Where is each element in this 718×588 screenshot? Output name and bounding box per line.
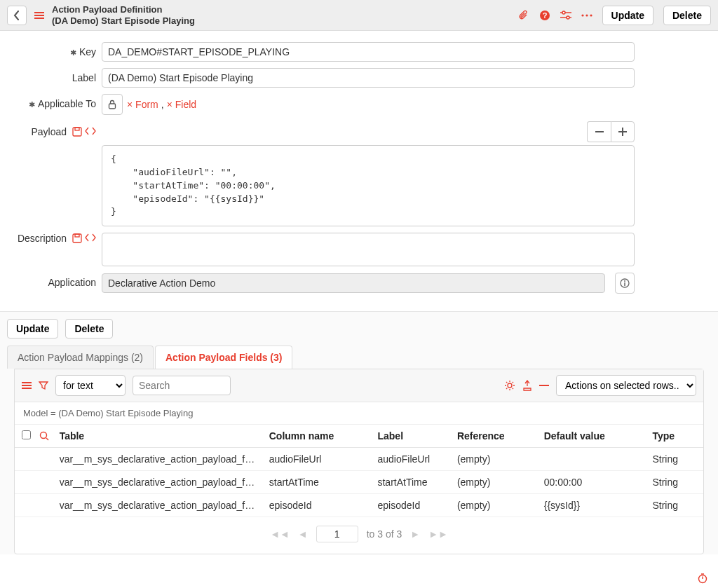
list-menu-icon[interactable]	[22, 382, 32, 389]
cell-default: {{sysId}}	[537, 494, 646, 517]
tab-row: Action Payload Mappings (2) Action Paylo…	[7, 346, 711, 369]
data-table: Table Column name Label Reference Defaul…	[15, 425, 703, 517]
table-row[interactable]: var__m_sys_declarative_action_payload_fi…	[15, 471, 703, 494]
next-page-icon[interactable]: ►	[410, 528, 420, 540]
tab-fields[interactable]: Action Payload Fields (3)	[155, 346, 292, 369]
lock-icon[interactable]	[102, 94, 123, 115]
key-input[interactable]	[102, 42, 635, 62]
cell-default	[537, 448, 646, 471]
cell-label: startAtTime	[370, 471, 449, 494]
cell-table[interactable]: var__m_sys_declarative_action_payload_fi…	[53, 448, 262, 471]
page-subtitle: (DA Demo) Start Episode Playing	[52, 15, 195, 27]
cell-label: episodeId	[370, 494, 449, 517]
filter-icon[interactable]	[39, 381, 48, 390]
help-icon[interactable]: ?	[539, 10, 550, 21]
cell-table[interactable]: var__m_sys_declarative_action_payload_fi…	[53, 471, 262, 494]
info-button[interactable]	[615, 273, 635, 294]
svg-rect-13	[73, 128, 81, 136]
search-input[interactable]	[133, 376, 231, 395]
form-actions: Update Delete	[0, 311, 718, 346]
svg-text:?: ?	[542, 11, 547, 20]
cell-type: String	[645, 494, 703, 517]
svg-point-8	[567, 16, 569, 19]
update-button[interactable]: Update	[602, 6, 653, 25]
label-input[interactable]	[102, 68, 635, 88]
required-icon: ✱	[29, 98, 35, 109]
remove-icon[interactable]	[539, 385, 549, 386]
table-row[interactable]: var__m_sys_declarative_action_payload_fi…	[15, 494, 703, 517]
form: ✱Key Label ✱Applicable To × Form, × Fiel…	[0, 31, 718, 311]
save-icon[interactable]	[72, 127, 82, 137]
svg-point-10	[585, 14, 588, 16]
cell-ref: (empty)	[450, 448, 537, 471]
svg-point-28	[40, 432, 46, 439]
svg-point-11	[590, 14, 592, 16]
key-label: Key	[79, 46, 96, 57]
svg-rect-18	[73, 234, 81, 242]
attachment-icon[interactable]	[518, 10, 529, 21]
svg-point-9	[581, 14, 583, 16]
svg-rect-12	[109, 104, 116, 109]
more-icon[interactable]	[581, 14, 592, 17]
tag-remove-icon[interactable]: ×	[167, 99, 172, 110]
label-label: Label	[72, 72, 96, 83]
payload-input[interactable]: { "audioFileUrl": "", "startAtTime": "00…	[102, 145, 635, 226]
cell-ref: (empty)	[450, 494, 537, 517]
first-page-icon[interactable]: ◄◄	[270, 528, 290, 540]
cell-default: 00:00:00	[537, 471, 646, 494]
applicable-tags: × Form, × Field	[127, 99, 196, 110]
svg-rect-14	[75, 128, 79, 130]
timing-icon[interactable]	[697, 573, 708, 584]
page-title: Action Payload Definition	[52, 4, 195, 15]
col-ref[interactable]: Reference	[450, 425, 537, 448]
svg-line-29	[46, 438, 48, 440]
tab-mappings[interactable]: Action Payload Mappings (2)	[7, 346, 154, 369]
gear-icon[interactable]	[504, 380, 515, 391]
application-input	[102, 273, 605, 293]
delete-button[interactable]: Delete	[663, 6, 711, 25]
svg-point-21	[624, 280, 625, 282]
code-icon[interactable]	[85, 127, 96, 137]
filter-type-select[interactable]: for text	[55, 375, 126, 396]
search-icon[interactable]	[39, 431, 46, 441]
payload-label: Payload	[31, 126, 67, 137]
delete-button[interactable]: Delete	[65, 319, 113, 339]
back-button[interactable]	[7, 6, 27, 25]
description-input[interactable]	[102, 233, 635, 266]
col-table[interactable]: Table	[53, 425, 262, 448]
table-row[interactable]: var__m_sys_declarative_action_payload_fi…	[15, 448, 703, 471]
svg-rect-19	[75, 234, 79, 237]
cell-type: String	[645, 471, 703, 494]
description-label: Description	[18, 233, 67, 244]
tag-form[interactable]: Form	[135, 99, 158, 110]
expand-button[interactable]	[611, 121, 635, 142]
settings-icon[interactable]	[560, 11, 571, 20]
chevron-left-icon	[13, 11, 20, 20]
list-panel: for text Actions on selected rows... Mod…	[14, 369, 704, 554]
cell-table[interactable]: var__m_sys_declarative_action_payload_fi…	[53, 494, 262, 517]
pager: ◄◄ ◄ 1 to 3 of 3 ► ►►	[15, 517, 703, 554]
code-icon[interactable]	[85, 233, 96, 243]
last-page-icon[interactable]: ►►	[428, 528, 448, 540]
cell-ref: (empty)	[450, 471, 537, 494]
prev-page-icon[interactable]: ◄	[298, 528, 308, 540]
tag-remove-icon[interactable]: ×	[127, 99, 133, 110]
topbar: Action Payload Definition (DA Demo) Star…	[0, 0, 718, 31]
select-all-checkbox[interactable]	[22, 430, 31, 439]
cell-column: audioFileUrl	[262, 448, 371, 471]
col-type[interactable]: Type	[645, 425, 703, 448]
page-input[interactable]: 1	[316, 526, 358, 542]
menu-icon[interactable]	[34, 10, 45, 21]
update-button[interactable]: Update	[7, 319, 58, 339]
tag-field[interactable]: Field	[175, 99, 196, 110]
cell-label: audioFileUrl	[370, 448, 449, 471]
col-label[interactable]: Label	[370, 425, 449, 448]
application-label: Application	[48, 277, 97, 288]
cell-type: String	[645, 448, 703, 471]
save-icon[interactable]	[72, 233, 82, 243]
row-actions-select[interactable]: Actions on selected rows...	[556, 375, 696, 396]
collapse-button[interactable]	[587, 121, 611, 142]
export-icon[interactable]	[522, 380, 532, 391]
col-default[interactable]: Default value	[537, 425, 646, 448]
col-column[interactable]: Column name	[262, 425, 371, 448]
